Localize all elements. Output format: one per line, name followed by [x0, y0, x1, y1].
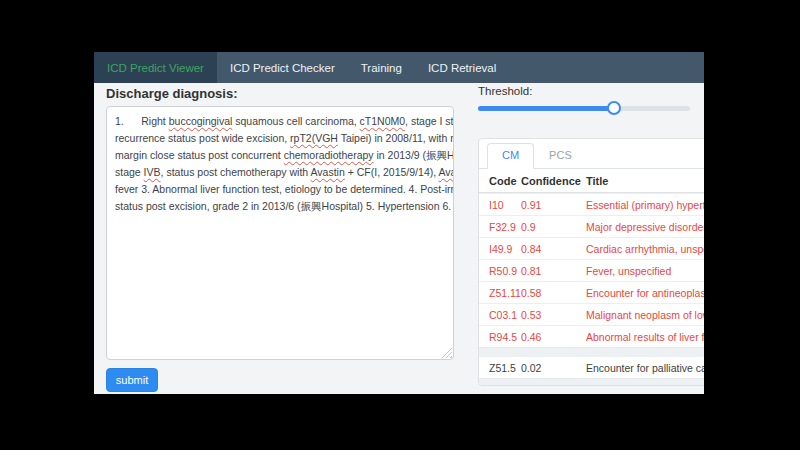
app-window: ICD Predict ViewerICD Predict CheckerTra…	[94, 52, 704, 394]
table-row-i49-9: I49.90.84Cardiac arrhythmia, unspecified	[479, 237, 704, 259]
code-cell: I10	[479, 199, 521, 211]
confidence-cell: 0.02	[521, 362, 586, 374]
table-row-f32-9: F32.90.9Major depressive disorder, singl…	[479, 215, 704, 237]
title-cell: Cardiac arrhythmia, unspecified	[586, 243, 704, 255]
result-tabs: CMPCS	[479, 139, 704, 169]
confidence-cell: 0.91	[521, 199, 586, 211]
diagnosis-line: fever 3. Abnormal liver function test, e…	[115, 181, 453, 198]
confidence-cell: 0.58	[521, 287, 586, 299]
confidence-cell: 0.46	[521, 331, 586, 343]
threshold-slider[interactable]	[478, 100, 690, 116]
diagnosis-line: status post excision, grade 2 in 2013/6 …	[115, 198, 453, 215]
misspelled-word: Avastin	[438, 166, 454, 178]
nav-tab-icd-predict-viewer[interactable]: ICD Predict Viewer	[94, 52, 217, 83]
table-row-z51-5: Z51.50.02Encounter for palliative care	[479, 356, 704, 378]
navbar: ICD Predict ViewerICD Predict CheckerTra…	[94, 52, 704, 83]
title-cell: Fever, unspecified	[586, 265, 704, 277]
title-cell: Malignant neoplasm of lower gum	[586, 309, 704, 321]
column-header-title: Title	[586, 175, 704, 187]
misspelled-word: cT1N0M0	[360, 115, 406, 127]
confidence-cell: 0.84	[521, 243, 586, 255]
diagnosis-line: 1. Right buccogingival squamous cell car…	[115, 113, 453, 130]
misspelled-word: chemoradiotherapy	[284, 149, 374, 161]
page-title: Discharge diagnosis:	[106, 86, 237, 101]
diagnosis-line: recurrence status post wide excision, rp…	[115, 130, 453, 147]
threshold-slider-track[interactable]	[478, 106, 690, 111]
navbar-tabs: ICD Predict ViewerICD Predict CheckerTra…	[94, 52, 509, 83]
code-cell: F32.9	[479, 221, 521, 233]
threshold-slider-fill	[478, 106, 614, 111]
misspelled-word: Avastin	[311, 166, 345, 178]
confidence-cell: 0.81	[521, 265, 586, 277]
misspelled-word: IVB	[144, 166, 161, 178]
discharge-diagnosis-textarea[interactable]: 1. Right buccogingival squamous cell car…	[106, 106, 454, 360]
column-header-code: Code	[479, 175, 521, 187]
table-row-z51-11: Z51.110.58Encounter for antineoplastic c…	[479, 281, 704, 303]
title-cell: Essential (primary) hypertension	[586, 199, 704, 211]
nav-tab-icd-predict-checker[interactable]: ICD Predict Checker	[217, 52, 348, 83]
code-cell: C03.1	[479, 309, 521, 321]
submit-button[interactable]: submit	[106, 368, 158, 392]
resize-handle-icon[interactable]	[441, 347, 452, 358]
threshold-slider-handle[interactable]	[607, 101, 621, 115]
table-row-c03-1: C03.10.53Malignant neoplasm of lower gum	[479, 303, 704, 325]
result-tab-cm[interactable]: CM	[487, 143, 534, 169]
title-cell: Major depressive disorder, single episod…	[586, 221, 704, 233]
diagnosis-line: margin close status post concurrent chem…	[115, 147, 453, 164]
nav-tab-icd-retrieval[interactable]: ICD Retrieval	[415, 52, 509, 83]
table-row-r94-5: R94.50.46Abnormal results of liver funct…	[479, 325, 704, 347]
misspelled-word: rpT2(VGH	[290, 132, 338, 144]
code-cell: R50.9	[479, 265, 521, 277]
diagnosis-line: stage IVB, status post chemotherapy with…	[115, 164, 453, 181]
title-cell: Abnormal results of liver function studi…	[586, 331, 704, 343]
prediction-results-card: CMPCS Code Confidence Title I100.91Essen…	[478, 138, 704, 386]
result-tab-pcs[interactable]: PCS	[534, 143, 587, 169]
code-cell: Z51.5	[479, 362, 521, 374]
threshold-label: Threshold:	[478, 85, 532, 97]
table-separator	[479, 378, 704, 386]
table-separator	[479, 347, 704, 356]
title-cell: Encounter for palliative care	[586, 362, 704, 374]
code-cell: I49.9	[479, 243, 521, 255]
table-row-r50-9: R50.90.81Fever, unspecified	[479, 259, 704, 281]
confidence-cell: 0.53	[521, 309, 586, 321]
diagnosis-text: 1. Right buccogingival squamous cell car…	[115, 113, 453, 215]
code-cell: Z51.11	[479, 287, 521, 299]
misspelled-word: buccogingival	[169, 115, 233, 127]
column-header-confidence: Confidence	[521, 175, 586, 187]
title-cell: Encounter for antineoplastic chemotherap…	[586, 287, 704, 299]
table-row-i10: I100.91Essential (primary) hypertension	[479, 193, 704, 215]
table-body: I100.91Essential (primary) hypertensionF…	[479, 193, 704, 386]
confidence-cell: 0.9	[521, 221, 586, 233]
table-header-row: Code Confidence Title	[479, 169, 704, 193]
nav-tab-training[interactable]: Training	[348, 52, 415, 83]
code-cell: R94.5	[479, 331, 521, 343]
